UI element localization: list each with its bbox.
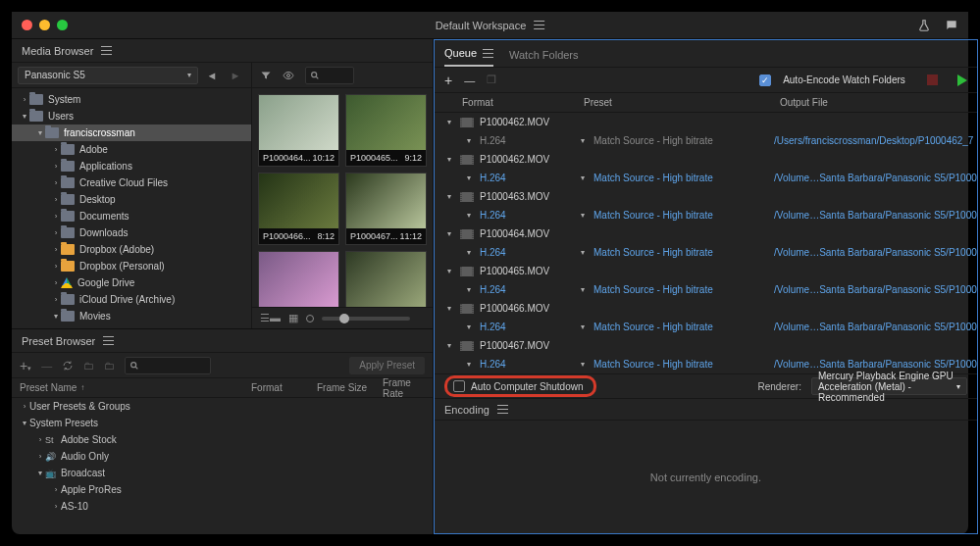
disclosure-icon[interactable]: ▾	[20, 112, 29, 121]
queue-group[interactable]: ▾P1000464.MOV	[435, 224, 977, 243]
disclosure-icon[interactable]: ›	[51, 502, 61, 511]
flask-icon[interactable]	[917, 19, 931, 32]
new-folder-icon[interactable]: 🗀	[83, 360, 94, 372]
queue-preset[interactable]: Match Source - High bitrate	[593, 284, 713, 295]
disclosure-icon[interactable]: ›	[20, 95, 29, 104]
disclosure-icon[interactable]: ›	[51, 278, 61, 287]
filter-icon[interactable]	[260, 70, 272, 81]
close-window-button[interactable]	[22, 20, 32, 30]
queue-group[interactable]: ▾P1000465.MOV	[435, 262, 977, 280]
disclosure-icon[interactable]: ▾	[35, 469, 45, 477]
encoding-menu-icon[interactable]	[497, 405, 508, 414]
renderer-dropdown[interactable]: Mercury Playback Engine GPU Acceleration…	[811, 377, 967, 395]
chevron-down-icon[interactable]: ▾	[464, 211, 474, 220]
preset-item[interactable]: ›🔊Audio Only	[12, 448, 433, 465]
tree-item[interactable]: ▾franciscrossman	[12, 124, 251, 141]
preset-item[interactable]: ›User Presets & Groups	[12, 398, 433, 415]
preset-item[interactable]: ›Apple ProRes	[12, 481, 433, 498]
tree-item[interactable]: ›Downloads	[12, 224, 251, 241]
chevron-down-icon[interactable]: ▾	[578, 323, 588, 331]
queue-row[interactable]: ▾H.264▾Match Source - High bitrate/Volum…	[435, 206, 977, 224]
disclosure-icon[interactable]: ›	[35, 452, 45, 461]
stop-button[interactable]	[927, 74, 938, 85]
queue-format[interactable]: H.264	[480, 284, 506, 295]
tree-item[interactable]: ›Applications	[12, 158, 251, 174]
chevron-down-icon[interactable]: ▾	[464, 360, 474, 369]
disclosure-icon[interactable]: ▾	[444, 304, 454, 313]
chevron-down-icon[interactable]: ▾	[578, 174, 588, 182]
nav-back-button[interactable]: ◄	[202, 67, 222, 84]
queue-output-path[interactable]: /Volume…Santa Barbara/Panasonic S5/P1000	[774, 322, 977, 332]
add-preset-button[interactable]: +▾	[20, 358, 31, 373]
tree-item[interactable]: ›System	[12, 91, 251, 108]
disclosure-icon[interactable]: ▾	[444, 192, 454, 201]
disclosure-icon[interactable]: ▾	[35, 128, 45, 137]
queue-menu-icon[interactable]	[483, 49, 493, 58]
preset-browser-menu-icon[interactable]	[103, 336, 114, 345]
tab-queue[interactable]: Queue	[444, 47, 493, 67]
chevron-down-icon[interactable]: ▾	[578, 360, 588, 369]
tree-item[interactable]: ›Documents	[12, 208, 251, 224]
tree-item[interactable]: ›Google Drive	[12, 274, 251, 291]
maximize-window-button[interactable]	[57, 20, 68, 30]
col-preset-name[interactable]: Preset Name	[20, 382, 77, 393]
disclosure-icon[interactable]: ▾	[444, 229, 454, 238]
queue-group[interactable]: ▾P1000466.MOV	[435, 299, 977, 318]
disclosure-icon[interactable]: ▾	[444, 267, 454, 275]
queue-group[interactable]: ▾P1000463.MOV	[435, 187, 977, 206]
queue-list[interactable]: ▾P1000462.MOV▾H.264▾Match Source - High …	[435, 113, 977, 373]
disclosure-icon[interactable]: ▾	[51, 312, 61, 321]
preset-item[interactable]: ›StAdobe Stock	[12, 431, 433, 448]
thumbnail[interactable]: P1000467...11:12	[345, 173, 427, 245]
col-queue-format[interactable]: Format	[462, 97, 584, 108]
disclosure-icon[interactable]: ›	[51, 212, 61, 221]
queue-group[interactable]: ▾P1000462.MOV	[435, 113, 977, 131]
queue-format[interactable]: H.264	[480, 359, 506, 370]
view-icon[interactable]	[282, 70, 295, 81]
nav-forward-button[interactable]: ►	[226, 67, 245, 84]
auto-encode-checkbox[interactable]: ✓	[759, 74, 771, 86]
workspace-label[interactable]: Default Workspace	[436, 20, 527, 31]
list-view-icon[interactable]: ☰▬	[260, 312, 281, 324]
tree-item[interactable]: ›Adobe	[12, 141, 251, 158]
disclosure-icon[interactable]: ›	[51, 145, 61, 154]
queue-group[interactable]: ▾P1000462.MOV	[435, 150, 977, 169]
delete-preset-button[interactable]: —	[41, 360, 52, 372]
duplicate-button[interactable]: ❐	[487, 74, 496, 86]
queue-output-path[interactable]: /Volume…Santa Barbara/Panasonic S5/P1000	[774, 247, 977, 258]
workspace-menu-icon[interactable]	[534, 21, 544, 29]
queue-output-path[interactable]: /Volume…Santa Barbara/Panasonic S5/P1000	[774, 173, 977, 183]
queue-format[interactable]: H.264	[480, 247, 506, 258]
queue-row[interactable]: ▾H.264▾Match Source - High bitrate/Volum…	[435, 243, 977, 262]
queue-preset[interactable]: Match Source - High bitrate	[593, 135, 713, 146]
tree-item[interactable]: ›Desktop	[12, 191, 251, 208]
queue-preset[interactable]: Match Source - High bitrate	[593, 173, 713, 183]
tree-item[interactable]: ›Creative Cloud Files	[12, 174, 251, 191]
disclosure-icon[interactable]: ›	[51, 485, 61, 494]
tree-item[interactable]: ›Dropbox (Adobe)	[12, 241, 251, 258]
thumbnail[interactable]: P1000468...7:12	[258, 251, 339, 307]
disclosure-icon[interactable]: ›	[51, 162, 61, 171]
queue-preset[interactable]: Match Source - High bitrate	[593, 210, 713, 221]
disclosure-icon[interactable]: ›	[51, 262, 61, 271]
tab-watch-folders[interactable]: Watch Folders	[509, 49, 579, 67]
disclosure-icon[interactable]: ▾	[444, 118, 454, 126]
disclosure-icon[interactable]: ›	[20, 402, 29, 411]
sync-icon[interactable]	[62, 360, 74, 372]
thumbnail[interactable]: P1000466...8:12	[258, 173, 339, 245]
chevron-down-icon[interactable]: ▾	[464, 323, 474, 331]
minimize-window-button[interactable]	[39, 20, 50, 30]
preset-item[interactable]: ▾System Presets	[12, 415, 433, 431]
chat-icon[interactable]	[945, 19, 958, 32]
queue-format[interactable]: H.264	[480, 173, 506, 183]
queue-group[interactable]: ▾P1000467.MOV	[435, 336, 977, 355]
disclosure-icon[interactable]: ›	[35, 435, 45, 444]
chevron-down-icon[interactable]: ▾	[464, 136, 474, 145]
col-format[interactable]: Format	[251, 382, 307, 393]
thumbnail[interactable]: P1000464...10:12	[258, 94, 339, 167]
queue-format[interactable]: H.264	[480, 210, 506, 221]
col-frame-rate[interactable]: Frame Rate	[383, 377, 425, 399]
tree-item[interactable]: ▾Movies	[12, 308, 251, 324]
disclosure-icon[interactable]: ›	[51, 178, 61, 187]
queue-row[interactable]: ▾H.264▾Match Source - High bitrate/Volum…	[435, 280, 977, 299]
